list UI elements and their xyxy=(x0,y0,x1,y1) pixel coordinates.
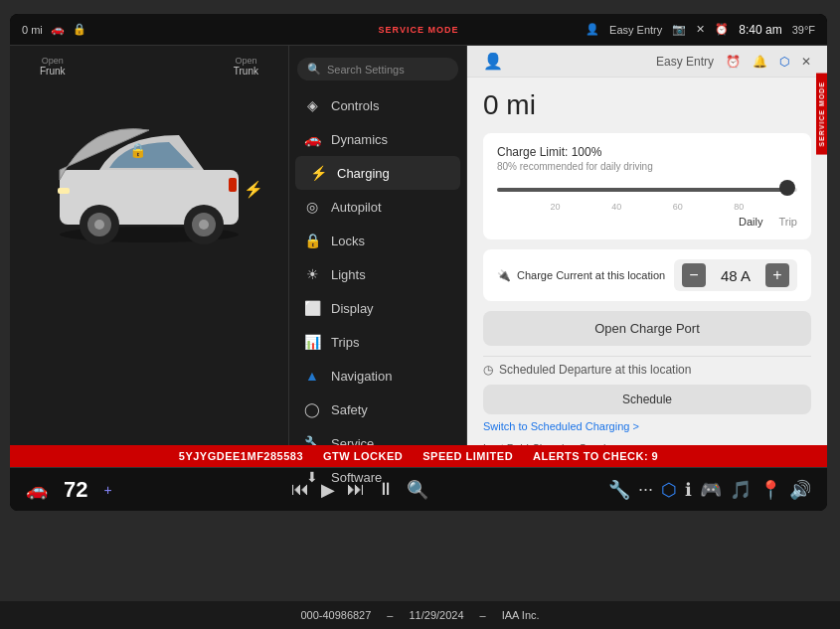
status-bar-left: 0 mi 🚗 🔒 xyxy=(22,23,86,36)
display-icon: ⬜ xyxy=(303,300,321,316)
open-charge-port-button[interactable]: Open Charge Port xyxy=(483,311,811,346)
bottom-separator: – xyxy=(387,609,393,621)
status-bar: 0 mi 🚗 🔒 SERVICE MODE 👤 Easy Entry 📷 ✕ ⏰… xyxy=(10,14,827,46)
clock-icon: ◷ xyxy=(483,363,493,377)
content-panel: 👤 Easy Entry ⏰ 🔔 ⬡ ✕ 0 mi Charge Limit: … xyxy=(467,46,827,467)
easy-entry-secondary: Easy Entry xyxy=(656,55,714,69)
nav-label-charging: Charging xyxy=(337,166,390,181)
service-mode-center: SERVICE MODE xyxy=(379,25,459,35)
lock-icon: 🔒 xyxy=(73,23,86,36)
nav-item-safety[interactable]: ◯ Safety xyxy=(289,393,466,426)
frunk-label: Open Frunk xyxy=(40,56,66,77)
navigation-icon: ▲ xyxy=(303,368,321,384)
bell-icon: 🔔 xyxy=(753,55,767,69)
charge-current-value: 48 A xyxy=(716,267,756,284)
car-taskbar-icon[interactable]: 🚗 xyxy=(26,479,48,501)
nav-item-display[interactable]: ⬜ Display xyxy=(289,291,466,325)
safety-icon: ◯ xyxy=(303,401,321,417)
nav-label-display: Display xyxy=(331,301,374,316)
car-svg: 🔒 ⚡ xyxy=(30,90,268,249)
controls-icon: ◈ xyxy=(303,97,321,113)
odometer-display: 0 mi xyxy=(22,24,43,36)
grid-taskbar-icon[interactable]: 🎮 xyxy=(700,479,722,501)
nav-item-dynamics[interactable]: 🚗 Dynamics xyxy=(289,122,466,156)
music-taskbar-icon[interactable]: 🎵 xyxy=(730,479,752,501)
nav-item-locks[interactable]: 🔒 Locks xyxy=(289,224,466,257)
increase-charge-button[interactable]: + xyxy=(765,263,789,287)
svg-text:⚡: ⚡ xyxy=(244,180,263,199)
svg-text:🔒: 🔒 xyxy=(129,142,147,159)
nav-label-autopilot: Autopilot xyxy=(331,200,382,215)
divider xyxy=(483,356,811,357)
skip-forward-icon[interactable]: ⏭ xyxy=(347,479,365,500)
slider-track xyxy=(497,188,797,192)
search-taskbar-icon[interactable]: 🔍 xyxy=(407,479,428,501)
charge-recommended: 80% recommended for daily driving xyxy=(497,161,797,172)
play-icon[interactable]: ▶ xyxy=(321,479,335,501)
decrease-charge-button[interactable]: − xyxy=(682,263,706,287)
service-mode-side-label: SERVICE MODE xyxy=(816,74,827,155)
taskbar-right: 🔧 ··· ⬡ ℹ 🎮 🎵 📍 🔊 xyxy=(608,479,811,501)
search-box[interactable]: 🔍 Search Settings xyxy=(297,58,458,80)
taskbar-center: ⏮ ▶ ⏭ ⏸ 🔍 xyxy=(291,479,428,501)
alert-bar: 5YJYGDEE1MF285583 GTW LOCKED SPEED LIMIT… xyxy=(10,445,827,467)
daily-trip-tabs: Daily Trip xyxy=(497,216,797,228)
autopilot-icon: ◎ xyxy=(303,199,321,215)
schedule-button[interactable]: Schedule xyxy=(483,385,811,414)
charging-icon: ⚡ xyxy=(309,165,327,181)
nav-item-charging[interactable]: ⚡ Charging xyxy=(295,156,460,190)
secondary-nav-person-icon: 👤 xyxy=(483,52,503,71)
skip-back-icon[interactable]: ⏮ xyxy=(291,479,309,500)
bottom-date: 11/29/2024 xyxy=(409,609,463,621)
alert-gtw: GTW LOCKED xyxy=(323,450,403,462)
bottom-separator2: – xyxy=(480,609,486,621)
trunk-label: Open Trunk xyxy=(234,56,258,77)
bottom-record: 000-40986827 xyxy=(300,609,371,621)
easy-entry-label: Easy Entry xyxy=(609,24,662,36)
nav-label-safety: Safety xyxy=(331,402,368,417)
photo-frame: 0 mi 🚗 🔒 SERVICE MODE 👤 Easy Entry 📷 ✕ ⏰… xyxy=(0,0,840,629)
camera-icon: 📷 xyxy=(672,23,686,36)
volume-taskbar-icon[interactable]: 🔊 xyxy=(789,479,811,501)
speed-display: 72 xyxy=(64,477,87,503)
nav-item-autopilot[interactable]: ◎ Autopilot xyxy=(289,190,466,224)
main-area: Open Frunk Open Trunk xyxy=(10,46,827,467)
location-taskbar-icon[interactable]: 📍 xyxy=(759,479,781,501)
slider-markers: 20 40 60 80 xyxy=(497,202,797,212)
nav-label-navigation: Navigation xyxy=(331,369,392,384)
lights-icon: ☀ xyxy=(303,266,321,282)
equalizer-icon[interactable]: ⏸ xyxy=(377,479,395,500)
svg-point-7 xyxy=(199,220,209,230)
car-door-labels: Open Frunk Open Trunk xyxy=(20,56,278,77)
charge-current-control: − 48 A + xyxy=(674,259,797,291)
trip-tab[interactable]: Trip xyxy=(778,216,797,228)
nav-label-trips: Trips xyxy=(331,335,359,350)
switch-scheduled-link[interactable]: Switch to Scheduled Charging > xyxy=(483,420,811,432)
temp-icon: + xyxy=(103,482,111,498)
info-taskbar-icon[interactable]: ℹ xyxy=(685,479,692,501)
svg-rect-8 xyxy=(58,188,70,194)
charge-current-section: 🔌 Charge Current at this location − 48 A… xyxy=(483,249,811,301)
trips-icon: 📊 xyxy=(303,334,321,350)
bluetooth-taskbar-icon[interactable]: ⬡ xyxy=(661,479,677,501)
charge-limit-header: Charge Limit: 100% xyxy=(497,145,797,159)
charge-slider[interactable] xyxy=(497,180,797,200)
person-icon: 👤 xyxy=(586,23,599,36)
nav-label-locks: Locks xyxy=(331,234,365,248)
nav-item-controls[interactable]: ◈ Controls xyxy=(289,88,466,122)
svg-rect-9 xyxy=(229,178,237,192)
temperature-display: 39°F xyxy=(792,24,815,36)
nav-item-lights[interactable]: ☀ Lights xyxy=(289,257,466,291)
nav-item-navigation[interactable]: ▲ Navigation xyxy=(289,359,466,393)
status-bar-icons: 👤 Easy Entry 📷 ✕ ⏰ 8:40 am 39°F xyxy=(586,23,815,37)
wrench-taskbar-icon[interactable]: 🔧 xyxy=(608,479,630,501)
taskbar-left: 🚗 72 + xyxy=(26,477,112,503)
more-icon[interactable]: ··· xyxy=(638,479,653,500)
car-illustration: 🔒 ⚡ xyxy=(30,90,268,249)
daily-tab[interactable]: Daily xyxy=(739,216,762,228)
nav-item-trips[interactable]: 📊 Trips xyxy=(289,325,466,359)
odometer-main: 0 mi xyxy=(483,89,811,121)
secondary-nav: 👤 Easy Entry ⏰ 🔔 ⬡ ✕ xyxy=(467,46,827,78)
slider-fill xyxy=(497,188,791,192)
slider-thumb[interactable] xyxy=(779,180,795,196)
